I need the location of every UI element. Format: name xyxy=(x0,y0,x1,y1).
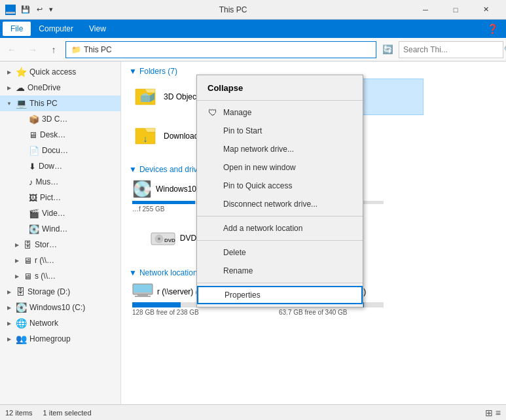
context-delete[interactable]: Delete xyxy=(197,243,363,262)
sidebar-item-windows10-c[interactable]: ▶ 💽 Windows10 (C:) xyxy=(0,300,120,315)
context-properties[interactable]: Properties xyxy=(197,286,363,304)
sidebar-label-3d-objects: 3D C… xyxy=(42,114,67,124)
network-chevron: ▼ xyxy=(129,268,137,277)
sidebar-label-r-server: r (\\… xyxy=(35,256,54,265)
refresh-button[interactable]: 🔄 xyxy=(379,41,396,58)
sidebar-item-s-server[interactable]: ▶ 🖥 s (\\… xyxy=(0,268,120,284)
dvd-icon-wrapper: DVD xyxy=(150,228,176,249)
quick-access-icon: ⭐ xyxy=(16,67,27,77)
help-icon[interactable]: ❓ xyxy=(482,22,503,35)
menu-computer[interactable]: Computer xyxy=(31,22,81,36)
sidebar-item-pictures[interactable]: 🖼 Pict… xyxy=(0,190,120,205)
sidebar-label-this-pc: This PC xyxy=(29,99,58,108)
open-window-label: Open in new window xyxy=(223,163,296,172)
context-open-window[interactable]: Open in new window xyxy=(197,158,363,177)
sidebar-item-downloads[interactable]: ⬇ Dow… xyxy=(0,158,120,174)
sidebar-item-documents[interactable]: 📄 Docu… xyxy=(0,143,120,158)
forward-button[interactable]: → xyxy=(24,41,42,59)
up-button[interactable]: ↑ xyxy=(45,41,63,59)
address-field[interactable]: 📁 This PC xyxy=(65,41,376,58)
svg-text:DVD: DVD xyxy=(164,237,175,243)
svg-rect-1 xyxy=(6,12,15,14)
maximize-button[interactable]: □ xyxy=(441,0,471,20)
dropdown-button[interactable]: ▾ xyxy=(46,4,56,15)
search-box[interactable]: 🔍 xyxy=(399,41,503,58)
context-menu-collapse[interactable]: Collapse xyxy=(197,78,363,97)
context-disconnect[interactable]: Disconnect network drive... xyxy=(197,195,363,213)
context-menu: Collapse 🛡 Manage Pin to Start Map netwo… xyxy=(196,75,363,307)
chevron-icon: ▶ xyxy=(13,273,21,279)
address-path: This PC xyxy=(84,45,112,54)
folder-icon-downloads: ↓ xyxy=(132,123,158,149)
status-bar: 12 items 1 item selected ⊞ ≡ xyxy=(0,404,506,420)
sidebar-item-onedrive[interactable]: ▶ ☁ OneDrive xyxy=(0,80,120,96)
sidebar-item-this-pc[interactable]: ▼ 💻 This PC xyxy=(0,96,120,111)
sidebar-item-music[interactable]: ♪ Mus… xyxy=(0,174,120,190)
sidebar-label-music: Mus… xyxy=(36,177,59,186)
chevron-icon: ▶ xyxy=(5,321,13,326)
folders-chevron: ▼ xyxy=(129,67,137,76)
list-view-button[interactable]: ≡ xyxy=(496,408,501,418)
network-s-info: 63.7 GB free of 340 GB xyxy=(279,309,411,316)
search-input[interactable] xyxy=(403,45,501,54)
sidebar-item-r-server[interactable]: ▶ 🖥 r (\\… xyxy=(0,253,120,268)
sidebar-item-network[interactable]: ▶ 🌐 Network xyxy=(0,315,120,331)
context-manage[interactable]: 🛡 Manage xyxy=(197,103,363,122)
chevron-icon: ▶ xyxy=(13,258,21,264)
grid-view-button[interactable]: ⊞ xyxy=(485,408,493,418)
save-button[interactable]: 💾 xyxy=(18,4,33,15)
sidebar-item-3d-objects[interactable]: 📦 3D C… xyxy=(0,111,120,127)
context-add-location[interactable]: Add a network location xyxy=(197,219,363,237)
window-title: This PC xyxy=(56,5,410,14)
svg-rect-0 xyxy=(7,6,14,12)
ctx-separator-2 xyxy=(197,240,363,241)
menu-file[interactable]: File xyxy=(3,22,31,36)
chevron-icon: ▶ xyxy=(5,336,13,342)
title-bar: 💾 ↩ ▾ This PC ─ □ ✕ xyxy=(0,0,506,20)
window-controls: ─ □ ✕ xyxy=(410,0,501,20)
folder-icon-3d xyxy=(132,84,158,110)
sidebar-item-desktop[interactable]: 🖥 Desk… xyxy=(0,127,120,143)
sidebar-label-windows10-c: Windows10 (C:) xyxy=(29,303,85,312)
context-pin-start[interactable]: Pin to Start xyxy=(197,122,363,140)
storage-d-icon: 🗄 xyxy=(24,240,32,250)
sidebar-label-videos: Vide… xyxy=(42,209,65,218)
menu-view[interactable]: View xyxy=(81,22,114,36)
minimize-button[interactable]: ─ xyxy=(410,0,441,20)
svg-rect-4 xyxy=(141,96,150,102)
sidebar-item-storage-d2[interactable]: ▶ 🗄 Storage (D:) xyxy=(0,284,120,300)
context-pin-quick[interactable]: Pin to Quick access xyxy=(197,177,363,195)
sidebar-item-windows-c[interactable]: 💽 Wind… xyxy=(0,221,120,237)
context-map-drive[interactable]: Map network drive... xyxy=(197,140,363,158)
network-r-icon xyxy=(132,283,153,300)
sidebar-label-pictures: Pict… xyxy=(40,193,61,202)
close-button[interactable]: ✕ xyxy=(471,0,501,20)
context-rename[interactable]: Rename xyxy=(197,262,363,280)
add-location-label: Add a network location xyxy=(223,224,302,233)
sidebar-label-quick-access: Quick access xyxy=(29,67,76,77)
disconnect-label: Disconnect network drive... xyxy=(223,200,317,209)
sidebar-item-quick-access[interactable]: ▶ ⭐ Quick access xyxy=(0,64,120,80)
svg-rect-27 xyxy=(137,294,148,296)
sidebar-label-storage-d2: Storage (D:) xyxy=(27,287,70,296)
sidebar-label-s-server: s (\\… xyxy=(35,271,56,281)
network-r-info: 128 GB free of 238 GB xyxy=(132,309,264,316)
sidebar-item-videos[interactable]: 🎬 Vide… xyxy=(0,205,120,221)
selected-count: 1 item selected xyxy=(43,409,92,417)
undo-button[interactable]: ↩ xyxy=(34,4,45,15)
sidebar-item-storage-d[interactable]: ▶ 🗄 Stor… xyxy=(0,237,120,253)
chevron-icon: ▶ xyxy=(5,69,13,75)
drive-c-icon: 💽 xyxy=(132,180,152,198)
sidebar-label-desktop: Desk… xyxy=(40,130,65,139)
sidebar-item-homegroup[interactable]: ▶ 👥 Homegroup xyxy=(0,331,120,347)
title-bar-left: 💾 ↩ ▾ xyxy=(5,4,56,15)
chevron-icon: ▶ xyxy=(5,85,13,91)
s-server-icon: 🖥 xyxy=(24,271,32,281)
3d-objects-icon: 📦 xyxy=(29,114,39,124)
chevron-icon: ▶ xyxy=(13,242,21,248)
back-button[interactable]: ← xyxy=(3,41,21,59)
r-server-icon: 🖥 xyxy=(24,256,32,266)
view-controls: ⊞ ≡ xyxy=(485,408,501,418)
manage-icon: 🛡 xyxy=(208,107,218,118)
pin-quick-label: Pin to Quick access xyxy=(223,181,292,190)
